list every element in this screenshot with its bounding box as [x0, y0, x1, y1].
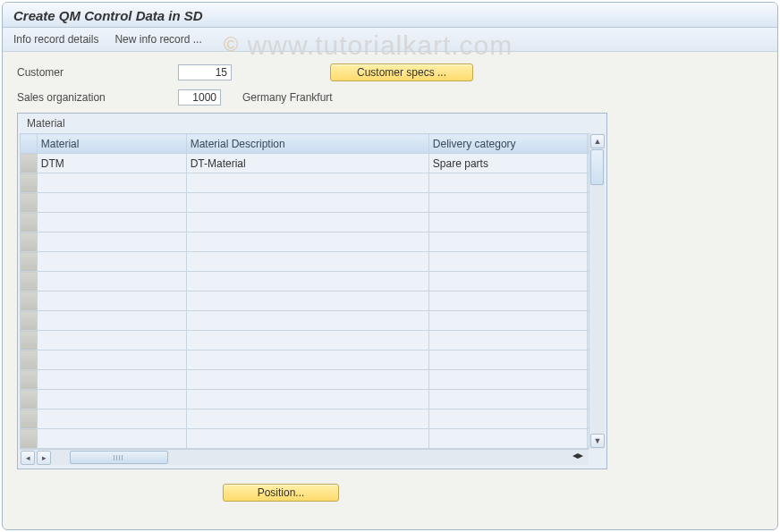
table-row[interactable]	[21, 213, 605, 232]
cell-material[interactable]: DTM	[37, 154, 186, 173]
cell-description[interactable]	[186, 410, 428, 429]
column-header-material[interactable]: Material	[37, 134, 186, 154]
scroll-left-icon[interactable]: ▸	[37, 451, 51, 465]
cell-description[interactable]	[186, 390, 428, 410]
new-info-record-button[interactable]: New info record ...	[114, 33, 201, 46]
table-row[interactable]: DTMDT-MaterialSpare parts	[21, 154, 605, 173]
cell-delivery-category[interactable]: Spare parts	[428, 154, 587, 173]
cell-material[interactable]	[37, 410, 186, 429]
row-selector[interactable]	[21, 213, 38, 232]
cell-delivery-category[interactable]	[428, 272, 587, 291]
cell-delivery-category[interactable]	[428, 173, 587, 193]
cell-material[interactable]	[37, 331, 186, 350]
cell-description[interactable]	[186, 232, 428, 252]
cell-delivery-category[interactable]	[428, 350, 587, 370]
cell-description[interactable]	[186, 193, 428, 213]
table-row[interactable]	[21, 232, 605, 252]
row-selector[interactable]	[21, 350, 38, 370]
cell-material[interactable]	[37, 370, 186, 390]
row-selector[interactable]	[21, 390, 38, 410]
scroll-left-start-icon[interactable]: ◂	[21, 451, 35, 465]
cell-delivery-category[interactable]	[428, 193, 587, 213]
cell-description[interactable]	[186, 272, 428, 291]
content-area: Customer Customer specs ... Sales organi…	[3, 52, 777, 502]
table-row[interactable]	[21, 252, 605, 272]
customer-specs-button[interactable]: Customer specs ...	[330, 63, 473, 81]
row-selector[interactable]	[21, 193, 38, 213]
cell-material[interactable]	[37, 311, 186, 331]
cell-description[interactable]	[186, 252, 428, 272]
customer-label: Customer	[17, 66, 178, 79]
cell-delivery-category[interactable]	[428, 252, 587, 272]
cell-delivery-category[interactable]	[428, 291, 587, 311]
sales-organization-input[interactable]	[178, 89, 221, 106]
table-row[interactable]	[21, 350, 605, 370]
row-selector[interactable]	[21, 173, 38, 193]
vertical-scroll-thumb[interactable]	[590, 149, 604, 185]
cell-delivery-category[interactable]	[428, 213, 587, 232]
row-selector[interactable]	[21, 272, 38, 291]
row-selector[interactable]	[21, 154, 38, 173]
cell-material[interactable]	[37, 429, 186, 449]
cell-delivery-category[interactable]	[428, 429, 587, 449]
scroll-down-icon[interactable]: ▼	[590, 434, 605, 448]
customer-input[interactable]	[178, 64, 232, 80]
cell-description[interactable]	[186, 350, 428, 370]
table-row[interactable]	[21, 429, 605, 449]
table-row[interactable]	[21, 331, 605, 350]
cell-description[interactable]	[186, 213, 428, 232]
row-selector[interactable]	[21, 252, 38, 272]
cell-delivery-category[interactable]	[428, 410, 587, 429]
cell-description[interactable]	[186, 370, 428, 390]
cell-description[interactable]	[186, 429, 428, 449]
material-table: Material Material Description Delivery c…	[20, 133, 605, 449]
cell-delivery-category[interactable]	[428, 370, 587, 390]
table-row[interactable]	[21, 272, 605, 291]
row-selector[interactable]	[21, 370, 38, 390]
cell-material[interactable]	[37, 272, 186, 291]
scroll-right-end-icon[interactable]: ▸	[578, 449, 583, 465]
table-row[interactable]	[21, 370, 605, 390]
row-selector[interactable]	[21, 232, 38, 252]
cell-description[interactable]	[186, 173, 428, 193]
cell-description[interactable]: DT-Material	[186, 154, 428, 173]
table-row[interactable]	[21, 311, 605, 331]
sales-organization-label: Sales organization	[17, 91, 178, 104]
table-row[interactable]	[21, 193, 605, 213]
cell-delivery-category[interactable]	[428, 232, 587, 252]
column-header-description[interactable]: Material Description	[186, 134, 428, 154]
vertical-scrollbar[interactable]: ▲ ▼	[589, 133, 605, 449]
cell-delivery-category[interactable]	[428, 311, 587, 331]
table-row[interactable]	[21, 291, 605, 311]
cell-material[interactable]	[37, 173, 186, 193]
column-header-delivery-category[interactable]: Delivery category	[428, 134, 587, 154]
cell-description[interactable]	[186, 331, 428, 350]
table-row[interactable]	[21, 173, 605, 193]
cell-material[interactable]	[37, 252, 186, 272]
row-selector[interactable]	[21, 331, 38, 350]
table-row[interactable]	[21, 390, 605, 410]
position-button[interactable]: Position...	[223, 484, 339, 502]
table-row[interactable]	[21, 410, 605, 429]
cell-description[interactable]	[186, 311, 428, 331]
row-selector[interactable]	[21, 311, 38, 331]
sales-organization-text: Germany Frankfurt	[242, 91, 333, 104]
info-record-details-button[interactable]: Info record details	[13, 33, 98, 46]
material-group-title: Material	[20, 115, 605, 133]
cell-description[interactable]	[186, 291, 428, 311]
row-selector[interactable]	[21, 429, 38, 449]
horizontal-scroll-thumb[interactable]	[70, 451, 168, 464]
cell-delivery-category[interactable]	[428, 390, 587, 410]
scroll-up-icon[interactable]: ▲	[590, 134, 605, 148]
horizontal-scrollbar[interactable]: ◂ ▸	[20, 449, 589, 465]
cell-material[interactable]	[37, 232, 186, 252]
row-selector[interactable]	[21, 410, 38, 429]
cell-material[interactable]	[37, 213, 186, 232]
cell-material[interactable]	[37, 193, 186, 213]
cell-material[interactable]	[37, 350, 186, 370]
cell-delivery-category[interactable]	[428, 331, 587, 350]
row-selector[interactable]	[21, 291, 38, 311]
cell-material[interactable]	[37, 390, 186, 410]
select-all-handle[interactable]	[21, 134, 38, 154]
cell-material[interactable]	[37, 291, 186, 311]
